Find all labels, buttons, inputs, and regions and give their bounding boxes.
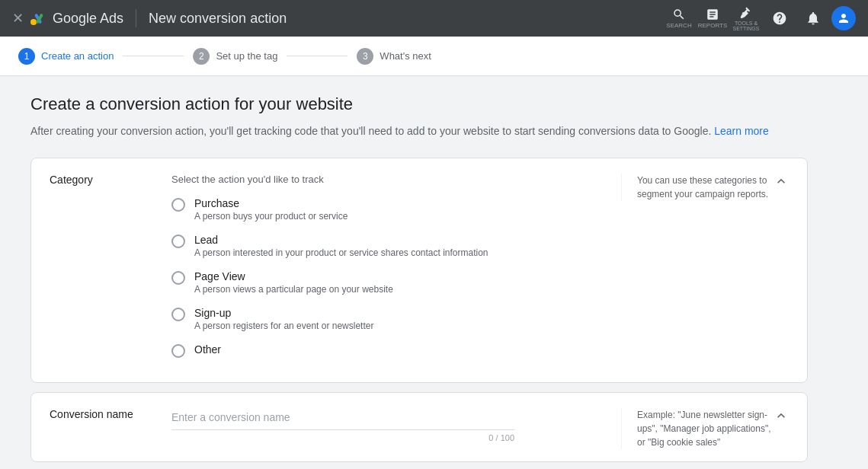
category-section-title: Category	[50, 174, 171, 186]
radio-pageview-desc: A person views a particular page on your…	[194, 284, 393, 295]
category-card-collapse[interactable]	[774, 174, 789, 193]
radio-lead[interactable]: Lead A person interested in your product…	[171, 234, 606, 258]
radio-signup-desc: A person registers for an event or newsl…	[194, 321, 373, 331]
reports-icon-btn[interactable]: REPORTS	[697, 3, 728, 34]
radio-lead-btn[interactable]	[171, 234, 185, 248]
step-connector-2	[287, 56, 348, 56]
step-2: 2 Set up the tag	[193, 48, 277, 65]
conversion-name-card: Conversion name 0 / 100 Example: "June n…	[30, 392, 808, 462]
radio-lead-desc: A person interested in your product or s…	[194, 247, 488, 258]
tools-icon-btn[interactable]: TOOLS &SETTINGS	[731, 3, 761, 34]
radio-purchase-label: Purchase	[194, 197, 348, 209]
help-icon-btn[interactable]	[764, 3, 795, 34]
learn-more-link[interactable]: Learn more	[714, 125, 769, 137]
step-1-label: Create an action	[41, 50, 114, 62]
radio-purchase-btn[interactable]	[171, 198, 185, 212]
category-subtitle: Select the action you'd like to track	[171, 174, 606, 185]
category-card-sidebar: You can use these categories to segment …	[621, 174, 774, 201]
category-card: Category Select the action you'd like to…	[30, 158, 808, 383]
reports-label: REPORTS	[698, 22, 728, 29]
step-2-label: Set up the tag	[216, 50, 277, 62]
page-description: After creating your conversion action, y…	[30, 123, 808, 139]
search-icon-btn[interactable]: SEARCH	[664, 3, 694, 34]
radio-signup[interactable]: Sign-up A person registers for an event …	[171, 307, 606, 331]
step-1: 1 Create an action	[18, 48, 114, 65]
top-nav: ✕ Google Ads New conversion action SEARC…	[0, 0, 868, 37]
step-connector-1	[123, 56, 184, 56]
radio-other-btn[interactable]	[171, 344, 185, 358]
category-card-body: Select the action you'd like to track Pu…	[171, 174, 606, 370]
radio-pageview-label: Page View	[194, 270, 393, 282]
radio-other[interactable]: Other	[171, 343, 606, 358]
svg-point-0	[30, 19, 37, 25]
conversion-name-body: 0 / 100	[171, 408, 606, 442]
user-avatar[interactable]	[831, 6, 856, 30]
app-name: Google Ads	[53, 11, 123, 27]
search-label: SEARCH	[666, 22, 691, 29]
page-title: New conversion action	[149, 11, 287, 27]
stepper-bar: 1 Create an action 2 Set up the tag 3 Wh…	[0, 37, 868, 76]
radio-pageview-btn[interactable]	[171, 271, 185, 285]
step-3: 3 What's next	[357, 48, 431, 65]
step-3-label: What's next	[380, 50, 431, 62]
radio-purchase-desc: A person buys your product or service	[194, 211, 348, 222]
step-2-circle: 2	[193, 48, 210, 65]
conversion-name-section-title: Conversion name	[50, 408, 171, 420]
page-heading: Create a conversion action for your webs…	[30, 94, 808, 114]
radio-signup-btn[interactable]	[171, 308, 185, 321]
step-3-circle: 3	[357, 48, 373, 65]
close-icon[interactable]: ✕	[12, 10, 24, 27]
conversion-name-sidebar: Example: "June newsletter sign-ups", "Ma…	[621, 408, 774, 449]
radio-purchase[interactable]: Purchase A person buys your product or s…	[171, 197, 606, 222]
tools-label: TOOLS &SETTINGS	[732, 21, 759, 31]
notifications-icon-btn[interactable]	[798, 3, 828, 34]
radio-pageview[interactable]: Page View A person views a particular pa…	[171, 270, 606, 295]
radio-signup-label: Sign-up	[194, 307, 373, 319]
char-count: 0 / 100	[171, 433, 514, 442]
radio-lead-label: Lead	[194, 234, 488, 246]
step-1-circle: 1	[18, 48, 35, 65]
conversion-name-collapse[interactable]	[774, 408, 789, 427]
conversion-name-input[interactable]	[171, 408, 514, 426]
radio-other-label: Other	[194, 343, 221, 356]
app-logo: Google Ads	[30, 9, 123, 27]
